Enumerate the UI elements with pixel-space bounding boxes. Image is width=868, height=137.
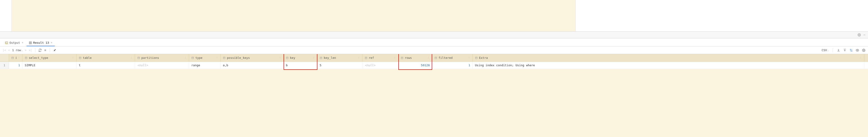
tab-output-label: Output	[9, 41, 20, 45]
cell-type[interactable]: range	[189, 62, 221, 69]
close-icon[interactable]: ×	[51, 41, 53, 44]
close-icon[interactable]: ×	[21, 41, 23, 44]
svg-rect-19	[192, 57, 194, 59]
cell-possible-keys[interactable]: a,b	[221, 62, 284, 69]
minimize-icon[interactable]	[863, 33, 866, 36]
col-header-extra[interactable]: Extra ⋮	[473, 54, 864, 61]
cell-rows[interactable]: 50128	[398, 62, 432, 69]
sort-handle-icon[interactable]: ⋮	[18, 57, 20, 59]
cell-id[interactable]: 1	[9, 62, 23, 69]
col-name: id	[15, 56, 17, 59]
col-name: key	[290, 56, 311, 59]
svg-rect-29	[401, 57, 403, 59]
panel-header-bar	[0, 31, 868, 38]
last-page-button[interactable]: >|	[29, 49, 32, 52]
grid-icon	[29, 41, 32, 45]
gear-icon[interactable]	[858, 33, 861, 36]
first-page-button[interactable]: |<	[3, 49, 6, 52]
toolbar-right: CSV ⌄	[822, 48, 865, 52]
cell-filtered[interactable]: 1	[432, 62, 473, 69]
compare-icon[interactable]	[849, 49, 853, 52]
toolbar-left: |< < 1 row ⌄ > >|	[3, 48, 56, 52]
cell-key-len[interactable]: 5	[317, 62, 363, 69]
col-header-possible-keys[interactable]: possible_keys ⋮	[221, 54, 284, 61]
sort-handle-icon[interactable]: ⋮	[860, 57, 862, 59]
cell-table[interactable]: t	[76, 62, 135, 69]
svg-point-0	[859, 34, 860, 35]
column-icon	[137, 57, 140, 59]
sort-handle-icon[interactable]: ⋮	[184, 57, 187, 59]
cell-partitions[interactable]: <null>	[135, 62, 189, 69]
sort-handle-icon[interactable]: ⋮	[468, 57, 470, 59]
download-icon[interactable]	[837, 49, 840, 52]
upload-icon[interactable]	[843, 49, 846, 52]
col-header-type[interactable]: type ⋮	[189, 54, 221, 61]
tab-result-label: Result 13	[33, 41, 49, 45]
prev-page-button[interactable]: <	[8, 49, 10, 52]
stop-icon[interactable]	[44, 49, 46, 52]
sort-handle-icon[interactable]: ⋮	[358, 57, 360, 59]
col-header-rows[interactable]: rows ⋮	[398, 54, 432, 61]
grid-empty-area	[0, 69, 868, 137]
pin-icon[interactable]	[53, 49, 56, 52]
chevron-down-icon: ⌄	[21, 49, 23, 51]
cell-select-type[interactable]: SIMPLE	[23, 62, 76, 69]
col-name: type	[195, 56, 215, 59]
editor-body[interactable]	[12, 0, 576, 31]
column-icon	[191, 57, 194, 59]
export-format-dropdown[interactable]: CSV ⌄	[822, 49, 829, 52]
svg-rect-2	[5, 42, 8, 44]
col-header-ref[interactable]: ref ⋮	[363, 54, 398, 61]
sort-handle-icon[interactable]: ⋮	[428, 57, 430, 59]
col-name: possible_keys	[227, 56, 278, 59]
sort-handle-icon[interactable]: ⋮	[130, 57, 132, 59]
column-icon	[434, 57, 437, 59]
table-row[interactable]: 1 1 SIMPLE t <null> range a,b b 5 <null>…	[0, 62, 868, 69]
col-header-table[interactable]: table ⋮	[76, 54, 135, 61]
editor-right-panel	[576, 0, 868, 31]
svg-point-9	[857, 50, 858, 51]
col-header-key[interactable]: key ⋮	[284, 54, 317, 61]
sort-handle-icon[interactable]: ⋮	[394, 57, 396, 59]
next-page-button[interactable]: >	[25, 49, 26, 52]
separator	[833, 48, 833, 52]
col-name: filtered	[438, 56, 467, 59]
col-name: select_type	[29, 56, 70, 59]
col-header-id[interactable]: id ⋮	[9, 54, 23, 61]
col-header-key-len[interactable]: key_len ⋮	[317, 54, 363, 61]
col-name: ref	[369, 56, 392, 59]
reload-icon[interactable]	[38, 49, 42, 52]
grid-toolbar: |< < 1 row ⌄ > >| CSV ⌄	[0, 47, 868, 54]
svg-rect-33	[475, 57, 477, 59]
column-icon	[320, 57, 322, 59]
col-header-partitions[interactable]: partitions ⋮	[135, 54, 189, 61]
col-header-select-type[interactable]: select_type ⋮	[23, 54, 76, 61]
sort-handle-icon[interactable]: ⋮	[313, 57, 315, 59]
sort-handle-icon[interactable]: ⋮	[279, 57, 281, 59]
svg-rect-13	[25, 57, 27, 59]
col-name: table	[83, 56, 129, 59]
column-icon	[286, 57, 288, 59]
svg-rect-8	[44, 49, 46, 51]
col-header-filtered[interactable]: filtered ⋮	[432, 54, 473, 61]
cell-key[interactable]: b	[284, 62, 317, 69]
tab-output[interactable]: Output ×	[3, 40, 26, 46]
column-icon	[475, 57, 478, 59]
cell-ref[interactable]: <null>	[363, 62, 398, 69]
separator	[35, 48, 35, 52]
tab-result[interactable]: Result 13 ×	[27, 40, 55, 46]
eye-icon[interactable]	[856, 49, 859, 52]
column-icon	[11, 57, 14, 59]
cell-extra[interactable]: Using index condition; Using where	[473, 62, 864, 69]
null-value: <null>	[137, 63, 148, 67]
gear-icon[interactable]	[862, 49, 865, 52]
editor-gutter	[0, 0, 12, 31]
sort-handle-icon[interactable]: ⋮	[216, 57, 218, 59]
sort-handle-icon[interactable]: ⋮	[72, 57, 74, 59]
column-icon	[223, 57, 225, 59]
svg-rect-21	[223, 57, 225, 59]
row-count-dropdown[interactable]: 1 row ⌄	[12, 49, 23, 52]
result-grid: id ⋮ select_type ⋮ table ⋮ partitions ⋮ …	[0, 54, 868, 137]
editor-area	[0, 0, 868, 31]
svg-rect-3	[29, 42, 32, 44]
